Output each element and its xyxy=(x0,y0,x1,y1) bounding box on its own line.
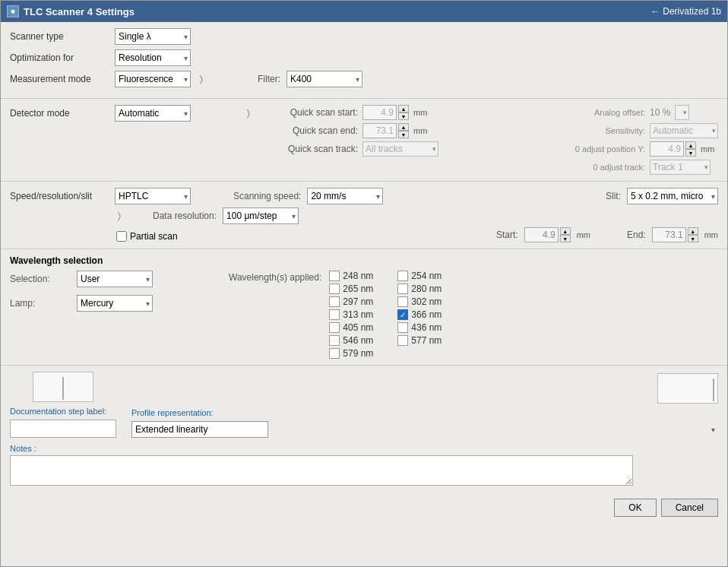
optimization-label: Optimization for xyxy=(10,52,109,63)
wl-label-302: 302 nm xyxy=(411,296,451,307)
quick-scan-start-up[interactable]: ▲ xyxy=(398,105,409,112)
adjust-track-wrapper: Track 1 Track 2 xyxy=(650,160,711,175)
start-down[interactable]: ▼ xyxy=(560,235,571,242)
adjust-track-label: 0 adjust track: xyxy=(524,163,645,172)
adjust-track-select[interactable]: Track 1 Track 2 xyxy=(650,160,711,175)
analog-offset-select[interactable] xyxy=(675,105,689,120)
profile-select[interactable]: Extended linearity Linear xyxy=(131,421,268,438)
wl-item-436: 436 nm xyxy=(397,322,451,333)
wl-label-546: 546 nm xyxy=(343,335,382,346)
measurement-label: Measurement mode xyxy=(10,74,109,84)
end-input[interactable] xyxy=(652,227,686,242)
quick-scan-start-label: Quick scan start: xyxy=(259,107,358,118)
start-label: Start: xyxy=(496,230,518,240)
measurement-select[interactable]: Fluorescence Absorbance xyxy=(115,71,191,87)
cancel-button[interactable]: Cancel xyxy=(661,499,718,517)
wl-check-254[interactable] xyxy=(397,271,408,281)
wl-check-313[interactable] xyxy=(329,309,340,320)
wl-check-546[interactable] xyxy=(329,335,340,346)
detector-mode-wrapper: Automatic Manual xyxy=(115,105,191,122)
partial-scan-checkbox[interactable] xyxy=(116,231,127,242)
data-resolution-wrapper: 100 μm/step 50 μm/step xyxy=(223,207,299,224)
quick-scan-end-input[interactable] xyxy=(362,123,397,138)
wl-check-265[interactable] xyxy=(329,284,340,294)
wl-label-248: 248 nm xyxy=(343,271,382,281)
title-bar: ■ TLC Scanner 4 Settings ← Derivatized 1… xyxy=(1,1,727,22)
ok-button[interactable]: OK xyxy=(614,499,656,517)
optimization-select[interactable]: Resolution Speed xyxy=(115,49,191,66)
scanner-type-wrapper: Single λ Dual λ Multi λ xyxy=(115,28,191,45)
wl-item-546: 546 nm xyxy=(329,335,382,346)
app-icon: ■ xyxy=(7,5,19,17)
wl-check-297[interactable] xyxy=(329,296,340,307)
slit-select[interactable]: 5 x 0.2 mm, micro 5 x 0.4 mm xyxy=(627,188,718,204)
wl-item-579: 579 nm xyxy=(329,348,382,359)
start-unit: mm xyxy=(577,230,590,239)
optimization-wrapper: Resolution Speed xyxy=(115,49,191,66)
back-button[interactable]: ← Derivatized 1b xyxy=(650,6,721,17)
speed-section: Speed/resolution/slit HPTLC TLC Scanning… xyxy=(1,182,727,249)
end-unit: mm xyxy=(704,230,718,239)
quick-scan-end-down[interactable]: ▼ xyxy=(398,131,409,138)
end-label: End: xyxy=(627,230,646,240)
filter-wrapper: K400 K300 None xyxy=(286,71,362,87)
start-up[interactable]: ▲ xyxy=(560,227,571,235)
data-resolution-select[interactable]: 100 μm/step 50 μm/step xyxy=(223,207,299,224)
applied-label: Wavelength(s) applied: xyxy=(229,272,321,283)
wl-check-579[interactable] xyxy=(329,348,340,359)
wl-check-436[interactable] xyxy=(397,322,408,333)
scanner-type-select[interactable]: Single λ Dual λ Multi λ xyxy=(115,28,191,45)
slit-wrapper: 5 x 0.2 mm, micro 5 x 0.4 mm xyxy=(627,188,718,204)
filter-select[interactable]: K400 K300 None xyxy=(286,71,362,87)
wl-item-297: 297 nm xyxy=(329,296,382,307)
speed-mode-select[interactable]: HPTLC TLC xyxy=(115,188,191,204)
wl-item-248: 248 nm xyxy=(329,271,382,281)
wl-check-248[interactable] xyxy=(329,271,340,281)
scanning-speed-label: Scanning speed: xyxy=(233,191,301,201)
scanner-section: Scanner type Single λ Dual λ Multi λ Opt… xyxy=(1,22,727,99)
scanning-speed-select[interactable]: 20 mm/s 10 mm/s xyxy=(307,188,383,204)
wl-check-366[interactable]: ✓ xyxy=(397,309,408,320)
measurement-wrapper: Fluorescence Absorbance xyxy=(115,71,191,87)
wl-check-280[interactable] xyxy=(397,284,408,294)
back-label: Derivatized 1b xyxy=(663,6,721,17)
quick-scan-end-up[interactable]: ▲ xyxy=(398,123,409,131)
wl-label-579: 579 nm xyxy=(343,348,382,359)
selection-select[interactable]: User All xyxy=(77,271,153,287)
end-down[interactable]: ▼ xyxy=(688,235,698,242)
wl-label-577: 577 nm xyxy=(411,335,451,346)
notes-textarea[interactable] xyxy=(10,455,633,486)
lamp-wrapper: Mercury Deuterium xyxy=(77,295,153,312)
quick-scan-end-label: Quick scan end: xyxy=(259,125,358,136)
profile-label: Profile representation: xyxy=(131,408,718,417)
detector-section: Detector mode Automatic Manual 〉 xyxy=(1,99,727,182)
adjust-y-input[interactable] xyxy=(650,141,684,157)
wavelength-section: Wavelength selection Selection: User All xyxy=(1,249,727,366)
start-input[interactable] xyxy=(524,227,559,242)
wl-label-405: 405 nm xyxy=(343,322,382,333)
back-arrow-icon: ← xyxy=(650,6,660,17)
wl-check-302[interactable] xyxy=(397,296,408,307)
lamp-select[interactable]: Mercury Deuterium xyxy=(77,295,153,312)
adjust-y-down[interactable]: ▼ xyxy=(685,149,696,157)
quick-scan-start-down[interactable]: ▼ xyxy=(398,112,409,120)
wl-check-405[interactable] xyxy=(329,322,340,333)
adjust-y-label: 0 adjust position Y: xyxy=(524,144,645,154)
end-up[interactable]: ▲ xyxy=(688,227,698,235)
notes-label: Notes : xyxy=(10,444,718,453)
doc-input[interactable] xyxy=(10,420,116,438)
sensitivity-select[interactable]: Automatic Low High xyxy=(650,123,718,138)
wl-check-577[interactable] xyxy=(397,335,408,346)
measurement-chevron-left[interactable]: 〉 xyxy=(197,72,206,86)
speed-chevron-left[interactable]: 〉 xyxy=(115,209,124,223)
wavelength-title: Wavelength selection xyxy=(10,255,718,266)
quick-scan-track-select[interactable]: All tracks Track 1 xyxy=(362,141,438,157)
wl-item-313: 313 nm xyxy=(329,309,382,320)
wl-label-366: 366 nm xyxy=(411,309,451,320)
adjust-y-up[interactable]: ▲ xyxy=(685,141,696,149)
detector-mode-label: Detector mode xyxy=(10,108,109,119)
quick-scan-start-input[interactable] xyxy=(362,105,397,120)
detector-chevron-left[interactable]: 〉 xyxy=(244,106,253,120)
window-title: TLC Scanner 4 Settings xyxy=(24,6,135,17)
detector-mode-select[interactable]: Automatic Manual xyxy=(115,105,191,122)
